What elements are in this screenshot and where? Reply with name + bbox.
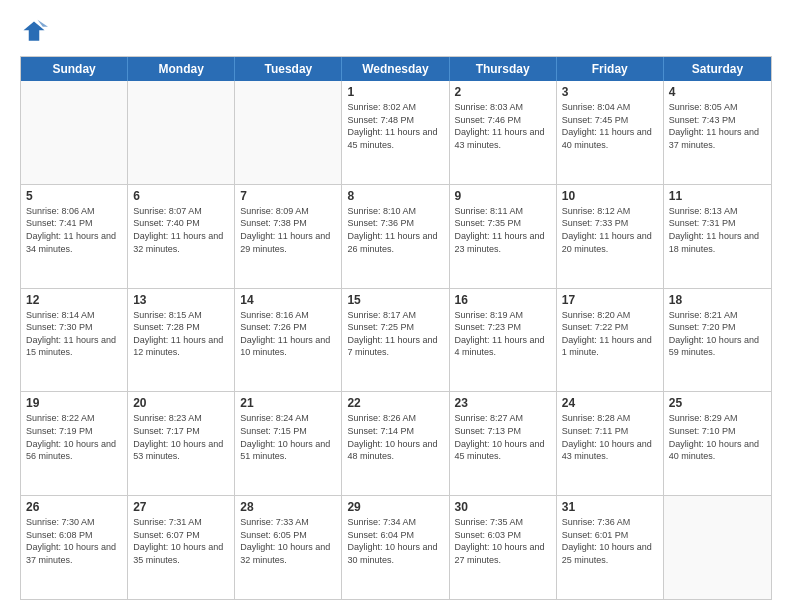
day-number: 29 xyxy=(347,500,443,514)
calendar-row-2: 12Sunrise: 8:14 AMSunset: 7:30 PMDayligh… xyxy=(21,289,771,393)
day-cell-26: 26Sunrise: 7:30 AMSunset: 6:08 PMDayligh… xyxy=(21,496,128,599)
day-info: Sunrise: 8:26 AMSunset: 7:14 PMDaylight:… xyxy=(347,412,443,462)
day-cell-10: 10Sunrise: 8:12 AMSunset: 7:33 PMDayligh… xyxy=(557,185,664,288)
day-info: Sunrise: 8:27 AMSunset: 7:13 PMDaylight:… xyxy=(455,412,551,462)
day-cell-24: 24Sunrise: 8:28 AMSunset: 7:11 PMDayligh… xyxy=(557,392,664,495)
logo xyxy=(20,18,52,46)
day-info: Sunrise: 7:33 AMSunset: 6:05 PMDaylight:… xyxy=(240,516,336,566)
day-cell-18: 18Sunrise: 8:21 AMSunset: 7:20 PMDayligh… xyxy=(664,289,771,392)
day-cell-30: 30Sunrise: 7:35 AMSunset: 6:03 PMDayligh… xyxy=(450,496,557,599)
weekday-header-sunday: Sunday xyxy=(21,57,128,81)
day-cell-17: 17Sunrise: 8:20 AMSunset: 7:22 PMDayligh… xyxy=(557,289,664,392)
day-number: 25 xyxy=(669,396,766,410)
calendar: SundayMondayTuesdayWednesdayThursdayFrid… xyxy=(20,56,772,600)
day-info: Sunrise: 8:10 AMSunset: 7:36 PMDaylight:… xyxy=(347,205,443,255)
day-number: 15 xyxy=(347,293,443,307)
day-number: 22 xyxy=(347,396,443,410)
empty-cell-0-2 xyxy=(235,81,342,184)
day-info: Sunrise: 8:20 AMSunset: 7:22 PMDaylight:… xyxy=(562,309,658,359)
calendar-row-4: 26Sunrise: 7:30 AMSunset: 6:08 PMDayligh… xyxy=(21,496,771,599)
day-number: 11 xyxy=(669,189,766,203)
day-info: Sunrise: 7:30 AMSunset: 6:08 PMDaylight:… xyxy=(26,516,122,566)
calendar-row-0: 1Sunrise: 8:02 AMSunset: 7:48 PMDaylight… xyxy=(21,81,771,185)
day-number: 14 xyxy=(240,293,336,307)
day-cell-9: 9Sunrise: 8:11 AMSunset: 7:35 PMDaylight… xyxy=(450,185,557,288)
day-cell-5: 5Sunrise: 8:06 AMSunset: 7:41 PMDaylight… xyxy=(21,185,128,288)
weekday-header-monday: Monday xyxy=(128,57,235,81)
day-number: 5 xyxy=(26,189,122,203)
day-cell-23: 23Sunrise: 8:27 AMSunset: 7:13 PMDayligh… xyxy=(450,392,557,495)
day-cell-22: 22Sunrise: 8:26 AMSunset: 7:14 PMDayligh… xyxy=(342,392,449,495)
day-number: 23 xyxy=(455,396,551,410)
day-cell-20: 20Sunrise: 8:23 AMSunset: 7:17 PMDayligh… xyxy=(128,392,235,495)
day-info: Sunrise: 7:31 AMSunset: 6:07 PMDaylight:… xyxy=(133,516,229,566)
day-cell-4: 4Sunrise: 8:05 AMSunset: 7:43 PMDaylight… xyxy=(664,81,771,184)
empty-cell-4-6 xyxy=(664,496,771,599)
day-info: Sunrise: 8:07 AMSunset: 7:40 PMDaylight:… xyxy=(133,205,229,255)
day-cell-21: 21Sunrise: 8:24 AMSunset: 7:15 PMDayligh… xyxy=(235,392,342,495)
day-cell-29: 29Sunrise: 7:34 AMSunset: 6:04 PMDayligh… xyxy=(342,496,449,599)
day-cell-2: 2Sunrise: 8:03 AMSunset: 7:46 PMDaylight… xyxy=(450,81,557,184)
day-cell-11: 11Sunrise: 8:13 AMSunset: 7:31 PMDayligh… xyxy=(664,185,771,288)
day-number: 13 xyxy=(133,293,229,307)
calendar-body: 1Sunrise: 8:02 AMSunset: 7:48 PMDaylight… xyxy=(21,81,771,599)
day-info: Sunrise: 7:35 AMSunset: 6:03 PMDaylight:… xyxy=(455,516,551,566)
day-info: Sunrise: 8:03 AMSunset: 7:46 PMDaylight:… xyxy=(455,101,551,151)
day-info: Sunrise: 7:34 AMSunset: 6:04 PMDaylight:… xyxy=(347,516,443,566)
day-info: Sunrise: 8:14 AMSunset: 7:30 PMDaylight:… xyxy=(26,309,122,359)
day-info: Sunrise: 8:17 AMSunset: 7:25 PMDaylight:… xyxy=(347,309,443,359)
empty-cell-0-0 xyxy=(21,81,128,184)
day-number: 19 xyxy=(26,396,122,410)
page: SundayMondayTuesdayWednesdayThursdayFrid… xyxy=(0,0,792,612)
day-cell-28: 28Sunrise: 7:33 AMSunset: 6:05 PMDayligh… xyxy=(235,496,342,599)
day-cell-7: 7Sunrise: 8:09 AMSunset: 7:38 PMDaylight… xyxy=(235,185,342,288)
day-number: 12 xyxy=(26,293,122,307)
day-info: Sunrise: 8:23 AMSunset: 7:17 PMDaylight:… xyxy=(133,412,229,462)
day-cell-13: 13Sunrise: 8:15 AMSunset: 7:28 PMDayligh… xyxy=(128,289,235,392)
day-number: 30 xyxy=(455,500,551,514)
calendar-header: SundayMondayTuesdayWednesdayThursdayFrid… xyxy=(21,57,771,81)
day-number: 27 xyxy=(133,500,229,514)
day-number: 31 xyxy=(562,500,658,514)
day-info: Sunrise: 8:02 AMSunset: 7:48 PMDaylight:… xyxy=(347,101,443,151)
day-info: Sunrise: 8:15 AMSunset: 7:28 PMDaylight:… xyxy=(133,309,229,359)
weekday-header-saturday: Saturday xyxy=(664,57,771,81)
day-info: Sunrise: 8:06 AMSunset: 7:41 PMDaylight:… xyxy=(26,205,122,255)
day-number: 10 xyxy=(562,189,658,203)
day-info: Sunrise: 8:16 AMSunset: 7:26 PMDaylight:… xyxy=(240,309,336,359)
empty-cell-0-1 xyxy=(128,81,235,184)
day-info: Sunrise: 7:36 AMSunset: 6:01 PMDaylight:… xyxy=(562,516,658,566)
day-info: Sunrise: 8:09 AMSunset: 7:38 PMDaylight:… xyxy=(240,205,336,255)
day-cell-19: 19Sunrise: 8:22 AMSunset: 7:19 PMDayligh… xyxy=(21,392,128,495)
day-number: 8 xyxy=(347,189,443,203)
day-cell-25: 25Sunrise: 8:29 AMSunset: 7:10 PMDayligh… xyxy=(664,392,771,495)
day-info: Sunrise: 8:29 AMSunset: 7:10 PMDaylight:… xyxy=(669,412,766,462)
day-number: 24 xyxy=(562,396,658,410)
day-number: 7 xyxy=(240,189,336,203)
day-number: 4 xyxy=(669,85,766,99)
day-cell-27: 27Sunrise: 7:31 AMSunset: 6:07 PMDayligh… xyxy=(128,496,235,599)
day-number: 16 xyxy=(455,293,551,307)
day-cell-3: 3Sunrise: 8:04 AMSunset: 7:45 PMDaylight… xyxy=(557,81,664,184)
day-number: 3 xyxy=(562,85,658,99)
day-number: 21 xyxy=(240,396,336,410)
weekday-header-wednesday: Wednesday xyxy=(342,57,449,81)
day-number: 26 xyxy=(26,500,122,514)
day-info: Sunrise: 8:24 AMSunset: 7:15 PMDaylight:… xyxy=(240,412,336,462)
weekday-header-thursday: Thursday xyxy=(450,57,557,81)
day-number: 1 xyxy=(347,85,443,99)
day-number: 20 xyxy=(133,396,229,410)
day-cell-15: 15Sunrise: 8:17 AMSunset: 7:25 PMDayligh… xyxy=(342,289,449,392)
day-info: Sunrise: 8:12 AMSunset: 7:33 PMDaylight:… xyxy=(562,205,658,255)
day-cell-1: 1Sunrise: 8:02 AMSunset: 7:48 PMDaylight… xyxy=(342,81,449,184)
day-cell-6: 6Sunrise: 8:07 AMSunset: 7:40 PMDaylight… xyxy=(128,185,235,288)
day-number: 28 xyxy=(240,500,336,514)
day-number: 9 xyxy=(455,189,551,203)
weekday-header-tuesday: Tuesday xyxy=(235,57,342,81)
header xyxy=(20,18,772,46)
logo-icon xyxy=(20,18,48,46)
day-info: Sunrise: 8:13 AMSunset: 7:31 PMDaylight:… xyxy=(669,205,766,255)
day-info: Sunrise: 8:21 AMSunset: 7:20 PMDaylight:… xyxy=(669,309,766,359)
day-info: Sunrise: 8:28 AMSunset: 7:11 PMDaylight:… xyxy=(562,412,658,462)
day-cell-16: 16Sunrise: 8:19 AMSunset: 7:23 PMDayligh… xyxy=(450,289,557,392)
